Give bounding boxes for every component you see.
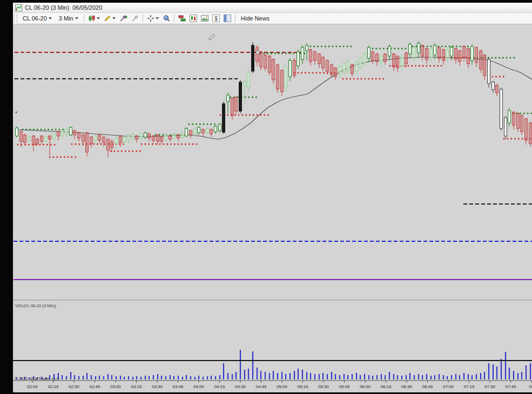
data-panel-button[interactable] (223, 14, 232, 23)
zoom-button[interactable] (161, 14, 171, 23)
window-title: CL 06-20 (3 Min) 06/05/2020 (25, 4, 102, 11)
chevron-down-icon (75, 17, 78, 19)
svg-text:07:00: 07:00 (443, 384, 454, 389)
add-marker-button[interactable] (118, 14, 129, 23)
market-analyzer-button[interactable] (177, 14, 187, 23)
chart-trader-button[interactable] (188, 14, 198, 23)
toolbar-separator (174, 14, 174, 23)
interval-selector[interactable]: 3 Min (56, 14, 81, 23)
chevron-down-icon (156, 17, 159, 19)
hide-news-label: Hide News (241, 15, 270, 22)
marker-button[interactable] (130, 14, 140, 23)
toolbar-separator (235, 14, 235, 23)
toolbar-grip-handle[interactable] (14, 15, 17, 22)
hide-news-button[interactable]: Hide News (238, 14, 272, 23)
svg-text:08: 08 (529, 384, 532, 389)
chevron-down-icon (97, 17, 100, 19)
pencil-icon (104, 15, 111, 22)
svg-text:04:15: 04:15 (214, 384, 225, 389)
instrument-label: CL 06-20 (23, 15, 47, 22)
candlestick-style-icon (88, 15, 96, 22)
svg-text:06:00: 06:00 (360, 384, 371, 389)
svg-text:05:00: 05:00 (277, 384, 288, 389)
chevron-down-icon (112, 17, 116, 19)
svg-text:04:30: 04:30 (235, 384, 246, 389)
dollar-icon: $ (212, 15, 220, 22)
magnifier-icon (163, 15, 170, 22)
svg-text:06:30: 06:30 (401, 384, 413, 389)
crosshair-button[interactable] (146, 14, 160, 23)
market-analyzer-icon (178, 15, 186, 22)
svg-text:06:45: 06:45 (422, 384, 433, 389)
svg-text:04:00: 04:00 (193, 384, 205, 389)
price-volume-chart-canvas[interactable]: 02:0002:1502:3002:4503:0003:1503:3003:45… (13, 24, 532, 392)
svg-text:03:45: 03:45 (172, 384, 184, 389)
svg-text:05:30: 05:30 (318, 384, 329, 389)
chart-window-icon (15, 4, 22, 11)
chart-trader-icon (190, 15, 197, 22)
interval-label: 3 Min (59, 15, 73, 22)
svg-text:03:30: 03:30 (152, 384, 163, 389)
drawing-tools-button[interactable] (103, 14, 117, 23)
data-panel-icon (224, 15, 231, 22)
svg-text:05:15: 05:15 (297, 384, 308, 389)
svg-text:07:30: 07:30 (484, 384, 496, 389)
instrument-selector[interactable]: CL 06-20 (20, 14, 55, 23)
dollar-button[interactable]: $ (211, 14, 221, 23)
chevron-down-icon (49, 17, 52, 19)
copyright-text: © 2020 NinjaTrader, LLC (15, 376, 59, 381)
chart-style-button[interactable] (87, 14, 101, 23)
svg-text:07:45: 07:45 (505, 384, 516, 389)
ninjatrader-chart-window: CL 06-20 (3 Min) 06/05/2020 CL 06-20 3 M… (13, 3, 532, 392)
svg-text:02:15: 02:15 (48, 384, 59, 389)
toolbar-separator (143, 14, 143, 23)
snapshot-icon (201, 15, 208, 22)
svg-text:02:30: 02:30 (69, 384, 80, 389)
svg-text:06:15: 06:15 (380, 384, 392, 389)
svg-text:03:00: 03:00 (110, 384, 122, 389)
svg-text:04:45: 04:45 (255, 384, 267, 389)
snapshot-button[interactable] (200, 14, 210, 23)
crosshair-icon (147, 15, 154, 22)
add-marker-icon (119, 15, 127, 22)
svg-text:07:15: 07:15 (463, 384, 475, 389)
svg-text:05:45: 05:45 (339, 384, 350, 389)
volume-panel-label: VOL(CL 06-20 (3 Min)) (15, 303, 56, 308)
toolbar-separator (84, 14, 84, 23)
chart-toolbar: CL 06-20 3 Min (13, 13, 532, 24)
svg-text:03:15: 03:15 (131, 384, 142, 389)
svg-text:02:00: 02:00 (27, 384, 38, 389)
marker-disabled-icon (131, 15, 139, 22)
svg-text:02:45: 02:45 (89, 384, 100, 389)
svg-text:$: $ (214, 16, 218, 22)
window-titlebar[interactable]: CL 06-20 (3 Min) 06/05/2020 (13, 3, 532, 13)
